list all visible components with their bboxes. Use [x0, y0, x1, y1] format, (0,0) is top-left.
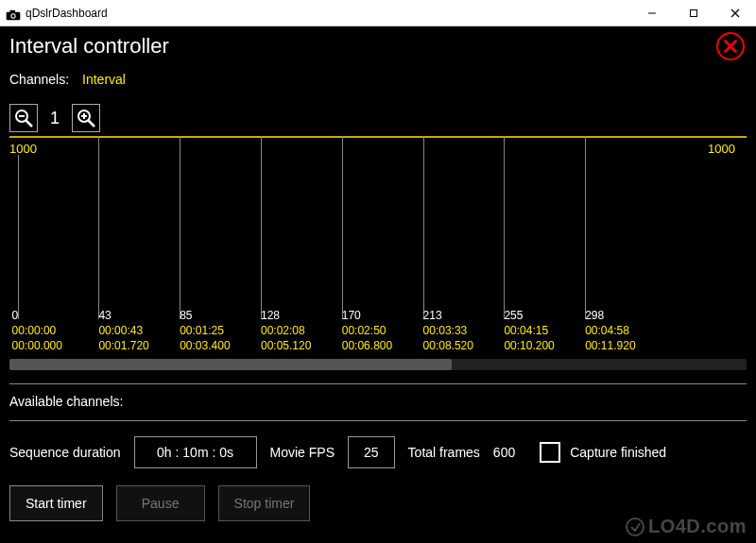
timeline-tick-label: 12800:02:0800:05.120 [261, 308, 311, 353]
zoom-out-button[interactable] [9, 104, 38, 132]
tick-timecode: 00:00:43 [98, 323, 148, 338]
timeline-tick [261, 136, 262, 319]
timeline-tick [504, 136, 505, 319]
tick-frame: 213 [423, 308, 473, 323]
timeline-tick-label: 4300:00:4300:01.720 [98, 308, 148, 353]
channels-active[interactable]: Interval [82, 72, 126, 87]
timeline-tick [342, 136, 343, 319]
watermark: LO4D.com [626, 516, 747, 537]
total-frames-label: Total frames [408, 445, 480, 460]
timeline-tick-label: 17000:02:5000:06.800 [342, 308, 392, 353]
sequence-duration-value[interactable]: 0h : 10m : 0s [134, 436, 257, 468]
timeline-scrollbar[interactable] [9, 359, 747, 370]
tick-timecode: 00:03:33 [423, 323, 473, 338]
divider [9, 383, 747, 384]
close-panel-button[interactable] [716, 32, 745, 60]
tick-frame: 255 [504, 308, 554, 323]
timeline-tick-label: 29800:04:5800:11.920 [585, 308, 635, 353]
tick-timecode: 00:01:25 [180, 323, 230, 338]
svg-rect-1 [10, 9, 15, 12]
svg-rect-5 [691, 9, 697, 16]
tick-frame: 298 [585, 308, 635, 323]
tick-seconds: 00:08.520 [423, 338, 473, 353]
timeline-tick [18, 155, 19, 319]
app-icon [6, 8, 21, 19]
tick-frame: 170 [342, 308, 392, 323]
capture-finished-label: Capture finished [570, 445, 666, 460]
timeline-tick-label: 8500:01:2500:03.400 [180, 308, 230, 353]
window-close-button[interactable] [714, 0, 756, 26]
svg-point-17 [627, 518, 644, 535]
timeline-scrollbar-thumb[interactable] [9, 359, 452, 370]
svg-line-19 [635, 523, 640, 531]
stop-timer-button[interactable]: Stop timer [218, 485, 311, 521]
tick-frame: 43 [98, 308, 148, 323]
tick-seconds: 00:01.720 [98, 338, 148, 353]
tick-seconds: 00:11.920 [585, 338, 635, 353]
total-frames-value: 600 [493, 445, 515, 460]
tick-frame: 0 [12, 308, 62, 323]
timeline-tick-label: 21300:03:3300:08.520 [423, 308, 473, 353]
divider [9, 420, 747, 421]
timeline-tick [423, 136, 424, 319]
window-minimize-button[interactable] [631, 0, 673, 26]
capture-finished-checkbox[interactable] [540, 442, 560, 463]
tick-seconds: 00:00.000 [12, 338, 62, 353]
timeline-tick-label: 000:00:0000:00.000 [12, 308, 62, 353]
tick-timecode: 00:00:00 [12, 323, 62, 338]
tick-frame: 85 [180, 308, 230, 323]
tick-frame: 128 [261, 308, 311, 323]
timeline-tick [180, 136, 180, 319]
timeline-tick-label: 25500:04:1500:10.200 [504, 308, 554, 353]
tick-seconds: 00:03.400 [180, 338, 230, 353]
available-channels-label: Available channels: [9, 394, 747, 409]
svg-line-16 [89, 121, 95, 127]
movie-fps-label: Movie FPS [270, 445, 335, 460]
tick-seconds: 00:10.200 [504, 338, 554, 353]
zoom-level-value: 1 [43, 109, 66, 128]
window-title: qDslrDashboard [26, 7, 631, 20]
timeline[interactable]: 1000 1000 000:00:0000:00.0004300:00:4300… [9, 136, 747, 353]
window-titlebar: qDslrDashboard [0, 0, 756, 26]
tick-timecode: 00:04:15 [504, 323, 554, 338]
sequence-duration-label: Sequence duration [9, 445, 121, 460]
tick-timecode: 00:02:50 [342, 323, 392, 338]
page-title: Interval controller [9, 34, 747, 59]
tick-seconds: 00:06.800 [342, 338, 392, 353]
movie-fps-value[interactable]: 25 [348, 436, 395, 468]
pause-button[interactable]: Pause [116, 485, 205, 521]
tick-timecode: 00:02:08 [261, 323, 311, 338]
tick-timecode: 00:04:58 [585, 323, 635, 338]
timeline-tick [98, 136, 99, 319]
tick-seconds: 00:05.120 [261, 338, 311, 353]
svg-line-12 [26, 121, 33, 127]
zoom-in-button[interactable] [72, 104, 100, 132]
start-timer-button[interactable]: Start timer [9, 485, 103, 521]
timeline-tick [585, 136, 586, 319]
svg-point-3 [11, 14, 14, 17]
window-maximize-button[interactable] [673, 0, 714, 26]
channels-label: Channels: [9, 72, 69, 87]
